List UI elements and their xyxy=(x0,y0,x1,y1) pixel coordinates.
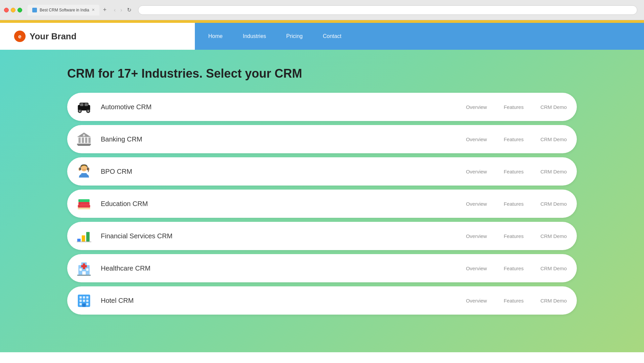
minimize-button[interactable] xyxy=(11,8,15,12)
banking-crm-actions: Overview Features CRM Demo xyxy=(466,136,567,142)
banking-features-link[interactable]: Features xyxy=(504,136,523,142)
tab-bar: Best CRM Software in India ✕ + xyxy=(28,5,109,15)
svg-rect-52 xyxy=(80,303,82,306)
svg-rect-49 xyxy=(80,300,82,302)
financial-crm-actions: Overview Features CRM Demo xyxy=(466,233,567,239)
maximize-button[interactable] xyxy=(17,8,22,12)
svg-rect-8 xyxy=(80,103,83,106)
bpo-overview-link[interactable]: Overview xyxy=(466,169,487,174)
automotive-overview-link[interactable]: Overview xyxy=(466,104,487,110)
svg-rect-48 xyxy=(86,296,89,299)
education-crm-demo-link[interactable]: CRM Demo xyxy=(541,201,567,207)
healthcare-icon xyxy=(76,260,92,277)
tab-title: Best CRM Software in India xyxy=(40,8,89,12)
automotive-features-link[interactable]: Features xyxy=(504,104,523,110)
svg-rect-14 xyxy=(82,137,84,143)
svg-rect-42 xyxy=(86,269,89,271)
financial-features-link[interactable]: Features xyxy=(504,233,523,239)
banking-icon-wrap xyxy=(74,129,94,149)
bank-icon xyxy=(76,131,92,147)
bpo-features-link[interactable]: Features xyxy=(504,169,523,174)
new-tab-button[interactable]: + xyxy=(101,6,109,14)
education-icon-wrap xyxy=(74,194,94,214)
svg-rect-53 xyxy=(86,303,89,306)
automotive-crm-actions: Overview Features CRM Demo xyxy=(466,104,567,110)
svg-point-5 xyxy=(79,110,81,112)
svg-rect-47 xyxy=(83,296,85,299)
svg-rect-24 xyxy=(79,167,81,170)
svg-rect-30 xyxy=(78,199,89,202)
svg-rect-51 xyxy=(86,300,89,302)
financial-crm-demo-link[interactable]: CRM Demo xyxy=(541,233,567,239)
svg-rect-32 xyxy=(78,208,90,209)
automotive-icon-wrap xyxy=(74,97,94,117)
car-icon xyxy=(76,100,92,114)
bpo-crm-name: BPO CRM xyxy=(94,168,466,175)
hotel-icon xyxy=(76,292,92,309)
banking-crm-demo-link[interactable]: CRM Demo xyxy=(541,136,567,142)
banking-overview-link[interactable]: Overview xyxy=(466,136,487,142)
brand-logo-icon: e xyxy=(13,30,26,43)
crm-item-automotive: Automotive CRM Overview Features CRM Dem… xyxy=(67,93,577,121)
svg-rect-13 xyxy=(79,137,81,143)
svg-rect-43 xyxy=(82,271,86,275)
svg-rect-50 xyxy=(83,300,85,302)
healthcare-icon-wrap xyxy=(74,258,94,278)
svg-rect-15 xyxy=(85,137,87,143)
financial-overview-link[interactable]: Overview xyxy=(466,233,487,239)
crm-item-healthcare: Healthcare CRM Overview Features CRM Dem… xyxy=(67,254,577,282)
hotel-crm-demo-link[interactable]: CRM Demo xyxy=(541,298,567,304)
active-tab[interactable]: Best CRM Software in India ✕ xyxy=(28,5,99,15)
site-header: e Your Brand Home Industries Pricing Con… xyxy=(0,23,644,50)
nav-home[interactable]: Home xyxy=(208,33,223,39)
hotel-crm-name: Hotel CRM xyxy=(94,297,466,305)
banking-crm-name: Banking CRM xyxy=(94,135,466,143)
svg-rect-33 xyxy=(77,239,81,241)
svg-rect-11 xyxy=(78,145,90,146)
bpo-crm-demo-link[interactable]: CRM Demo xyxy=(541,169,567,174)
page-title: CRM for 17+ Industries. Select your CRM xyxy=(67,67,577,81)
healthcare-features-link[interactable]: Features xyxy=(504,266,523,271)
forward-button[interactable]: › xyxy=(119,6,123,14)
svg-rect-34 xyxy=(82,235,85,241)
healthcare-crm-actions: Overview Features CRM Demo xyxy=(466,266,567,271)
crm-item-financial: Financial Services CRM Overview Features… xyxy=(67,222,577,250)
tab-close-button[interactable]: ✕ xyxy=(92,8,95,12)
crm-item-banking: Banking CRM Overview Features CRM Demo xyxy=(67,125,577,153)
education-features-link[interactable]: Features xyxy=(504,201,523,207)
svg-point-17 xyxy=(83,134,85,136)
refresh-button[interactable]: ↻ xyxy=(126,5,133,14)
crm-list: Automotive CRM Overview Features CRM Dem… xyxy=(67,93,577,315)
svg-rect-41 xyxy=(80,269,82,271)
healthcare-crm-name: Healthcare CRM xyxy=(94,265,466,272)
address-bar[interactable] xyxy=(138,5,637,15)
svg-rect-16 xyxy=(88,137,91,143)
nav-contact[interactable]: Contact xyxy=(323,33,341,39)
svg-rect-46 xyxy=(80,296,82,299)
education-crm-name: Education CRM xyxy=(94,200,466,208)
nav-controls: ‹ › ↻ xyxy=(113,5,133,14)
svg-rect-9 xyxy=(85,103,88,106)
healthcare-overview-link[interactable]: Overview xyxy=(466,266,487,271)
healthcare-crm-demo-link[interactable]: CRM Demo xyxy=(541,266,567,271)
education-overview-link[interactable]: Overview xyxy=(466,201,487,207)
bpo-icon-wrap xyxy=(74,161,94,182)
nav-industries[interactable]: Industries xyxy=(243,33,266,39)
svg-rect-21 xyxy=(81,173,87,174)
main-nav: Home Industries Pricing Contact xyxy=(195,23,644,50)
nav-pricing[interactable]: Pricing xyxy=(286,33,303,39)
back-button[interactable]: ‹ xyxy=(113,6,117,14)
brand-name: Your Brand xyxy=(30,31,77,42)
financial-icon xyxy=(76,228,92,244)
hotel-overview-link[interactable]: Overview xyxy=(466,298,487,304)
close-button[interactable] xyxy=(4,8,9,12)
crm-item-education: Education CRM Overview Features CRM Demo xyxy=(67,190,577,218)
svg-rect-29 xyxy=(80,203,80,205)
svg-rect-28 xyxy=(79,205,80,208)
hotel-features-link[interactable]: Features xyxy=(504,298,523,304)
top-strip xyxy=(0,20,644,23)
svg-point-7 xyxy=(87,110,89,112)
tab-favicon xyxy=(32,8,37,12)
automotive-crm-name: Automotive CRM xyxy=(94,103,466,111)
automotive-crm-demo-link[interactable]: CRM Demo xyxy=(541,104,567,110)
